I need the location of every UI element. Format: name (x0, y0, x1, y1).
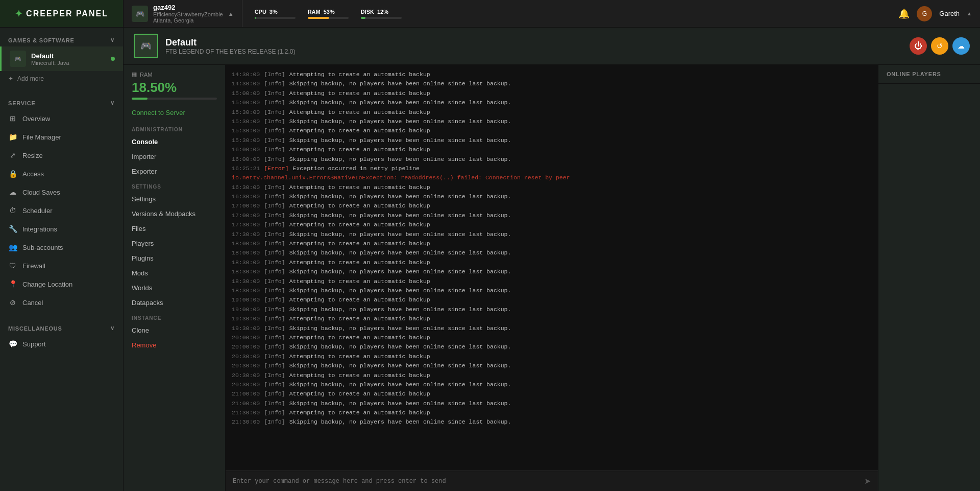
log-level: [Info] (264, 333, 285, 342)
ram-widget-bar (132, 98, 217, 100)
log-message: Attempting to create an automatic backup (289, 371, 430, 380)
sidebar-server-item[interactable]: 🎮 Default Minecraft: Java (0, 46, 123, 71)
sidebar-icon: ⏱ (8, 206, 17, 215)
service-section-header[interactable]: SERVICE ∨ (0, 95, 123, 109)
log-message: Skipping backup, no players have been on… (289, 248, 511, 258)
sidebar-item-firewall[interactable]: 🛡Firewall (0, 256, 123, 275)
log-level: [Info] (264, 70, 285, 79)
service-items: ⊞Overview📁File Manager⤢Resize🔒Access☁Clo… (0, 109, 123, 312)
misc-section-label: MISCELLANEOUS (8, 325, 62, 332)
sidebar-item-scheduler[interactable]: ⏱Scheduler (0, 201, 123, 220)
log-message: Attempting to create an automatic backup (289, 145, 430, 154)
nav-item-plugins[interactable]: Plugins (124, 251, 225, 266)
sidebar-icon: 🔒 (8, 169, 17, 178)
topbar: ✦ CREEPER PANEL 🎮 gaz492 EfficiencyStraw… (0, 0, 980, 28)
nav-item-worlds[interactable]: Worlds (124, 280, 225, 295)
log-message: Skipping backup, no players have been on… (289, 211, 511, 220)
nav-item-versions-&-modpacks[interactable]: Versions & Modpacks (124, 206, 225, 221)
log-time: 17:30:00 (232, 230, 260, 239)
log-level: [Error] (264, 164, 288, 173)
server-selector[interactable]: 🎮 gaz492 EfficiencyStrawberryZombie Atla… (124, 0, 242, 27)
sidebar-item-support[interactable]: 💬Support (0, 335, 123, 353)
cloud-button[interactable]: ☁ (952, 37, 970, 55)
log-level: [Info] (264, 230, 285, 239)
sidebar-icon: 🛡 (8, 261, 17, 270)
admin-section-title: ADMINISTRATION (124, 122, 225, 134)
user-chevron-icon[interactable]: ▲ (967, 11, 972, 16)
log-time: 20:30:00 (232, 371, 260, 380)
add-more-button[interactable]: ✦ Add more (0, 71, 123, 86)
sidebar-item-label: Support (22, 340, 46, 348)
log-level: [Info] (264, 305, 285, 314)
log-message: Attempting to create an automatic backup (289, 277, 430, 286)
log-line: 18:30:00[Info]Skipping backup, no player… (232, 267, 872, 276)
sidebar-item-resize[interactable]: ⤢Resize (0, 146, 123, 165)
sidebar-server-info: Default Minecraft: Java (31, 52, 106, 66)
nav-item-exporter[interactable]: Exporter (124, 164, 225, 179)
sidebar-item-cancel[interactable]: ⊘Cancel (0, 293, 123, 312)
log-level: [Info] (264, 220, 285, 229)
sidebar-item-cloud-saves[interactable]: ☁Cloud Saves (0, 183, 123, 201)
log-message: Attempting to create an automatic backup (289, 314, 430, 323)
service-section: SERVICE ∨ ⊞Overview📁File Manager⤢Resize🔒… (0, 90, 123, 316)
sidebar-item-access[interactable]: 🔒Access (0, 165, 123, 183)
log-line: 18:30:00[Info]Attempting to create an au… (232, 277, 872, 286)
console-input-area: ➤ (226, 471, 878, 491)
log-message: Skipping backup, no players have been on… (289, 230, 511, 239)
cpu-value: 3% (270, 9, 278, 15)
log-level: [Info] (264, 389, 285, 399)
log-line: 20:30:00[Info]Skipping backup, no player… (232, 361, 872, 370)
log-line: 18:00:00[Info]Skipping backup, no player… (232, 248, 872, 258)
nav-item-mods[interactable]: Mods (124, 266, 225, 280)
nav-item-clone[interactable]: Clone (124, 323, 225, 338)
sidebar-item-file-manager[interactable]: 📁File Manager (0, 128, 123, 146)
ram-bar (308, 17, 349, 19)
nav-item-players[interactable]: Players (124, 236, 225, 251)
log-time: 20:30:00 (232, 380, 260, 389)
log-line: 15:00:00[Info]Attempting to create an au… (232, 89, 872, 98)
log-line: 16:30:00[Info]Skipping backup, no player… (232, 192, 872, 201)
restart-button[interactable]: ↺ (931, 37, 948, 55)
misc-section-header[interactable]: MISCELLANEOUS ∨ (0, 320, 123, 335)
server-chevron-icon[interactable]: ▲ (228, 11, 234, 17)
log-line: io.netty.channel.unix.Errors$NativeIoExc… (232, 173, 872, 182)
log-time: 17:30:00 (232, 220, 260, 229)
log-line: 17:00:00[Info]Skipping backup, no player… (232, 211, 872, 220)
log-level: [Info] (264, 126, 285, 135)
user-name: Gareth (939, 10, 960, 17)
sidebar-item-label: File Manager (22, 133, 61, 141)
danger-items: Remove (124, 338, 225, 353)
console-send-icon[interactable]: ➤ (864, 476, 871, 486)
console-input[interactable] (233, 478, 859, 485)
games-section-header[interactable]: GAMES & SOFTWARE ∨ (0, 32, 123, 46)
sidebar-item-overview[interactable]: ⊞Overview (0, 109, 123, 128)
nav-item-settings[interactable]: Settings (124, 192, 225, 206)
log-line: 19:00:00[Info]Attempting to create an au… (232, 295, 872, 305)
nav-item-remove[interactable]: Remove (124, 338, 225, 353)
notification-bell-icon[interactable]: 🔔 (898, 8, 910, 19)
log-level: [Info] (264, 324, 285, 333)
ram-value: 53% (324, 9, 335, 15)
sidebar-item-sub-accounts[interactable]: 👥Sub-accounts (0, 238, 123, 256)
instance-section-title: INSTANCE (124, 310, 225, 323)
sidebar-item-label: Integrations (22, 225, 57, 233)
log-level: [Info] (264, 192, 285, 201)
disk-fill (361, 17, 366, 19)
nav-item-console[interactable]: Console (124, 134, 225, 149)
nav-item-datapacks[interactable]: Datapacks (124, 295, 225, 310)
sidebar-item-label: Sub-accounts (22, 244, 63, 251)
power-button[interactable]: ⏻ (910, 37, 927, 55)
sidebar-item-change-location[interactable]: 📍Change Location (0, 275, 123, 293)
log-level: [Info] (264, 342, 285, 352)
connect-to-server-button[interactable]: Connect to Server (124, 104, 225, 122)
server-online-dot (111, 57, 115, 61)
server-info: gaz492 EfficiencyStrawberryZombie Atlant… (153, 4, 223, 24)
nav-item-files[interactable]: Files (124, 221, 225, 236)
log-time: 20:30:00 (232, 352, 260, 361)
nav-item-importer[interactable]: Importer (124, 149, 225, 164)
log-line: 15:30:00[Info]Attempting to create an au… (232, 108, 872, 117)
sidebar-item-integrations[interactable]: 🔧Integrations (0, 220, 123, 238)
server-header-info: Default FTB LEGEND OF THE EYES RELEASE (… (165, 37, 902, 55)
log-time: 21:30:00 (232, 408, 260, 417)
disk-value: 12% (377, 9, 388, 15)
